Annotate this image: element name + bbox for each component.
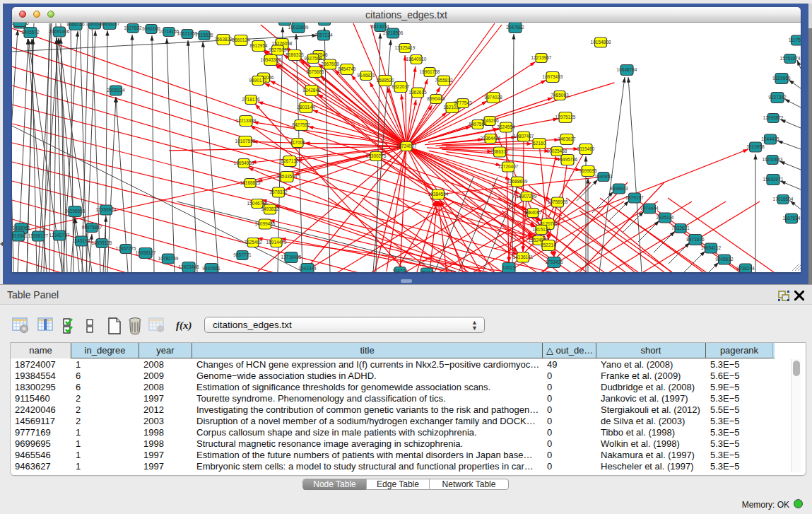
svg-text:8454749: 8454749 [338,66,356,71]
svg-text:9974028: 9974028 [484,95,502,100]
svg-text:1167534: 1167534 [783,216,801,221]
svg-text:1527602: 1527602 [124,25,142,30]
svg-text:1244415: 1244415 [761,136,779,141]
svg-text:8322037: 8322037 [392,84,410,89]
svg-text:19654933: 19654933 [234,160,254,165]
svg-text:16648784: 16648784 [617,67,637,72]
svg-text:10782759: 10782759 [158,256,179,261]
svg-text:10543362: 10543362 [261,57,281,62]
svg-text:9777543: 9777543 [454,100,472,105]
svg-text:99975887: 99975887 [82,225,102,230]
svg-text:9327509: 9327509 [269,47,287,52]
svg-text:9227342: 9227342 [768,95,787,100]
svg-text:10688609: 10688609 [507,179,528,184]
svg-text:8912954: 8912954 [249,43,268,48]
svg-text:6879197: 6879197 [625,195,644,200]
svg-text:14136141: 14136141 [513,255,534,259]
svg-text:20691406: 20691406 [49,29,70,34]
svg-text:12505135: 12505135 [92,240,112,245]
svg-text:9242848: 9242848 [302,88,321,93]
svg-text:12720407: 12720407 [498,164,519,169]
svg-text:20206555: 20206555 [65,209,86,214]
svg-text:8660124: 8660124 [232,37,250,42]
svg-text:15692971: 15692971 [763,177,784,182]
svg-text:1362615: 1362615 [408,90,427,95]
svg-text:13533594: 13533594 [277,174,298,179]
svg-text:95234: 95234 [420,270,433,272]
svg-text:7955812: 7955812 [435,78,453,83]
svg-text:12213967: 12213967 [531,55,552,60]
svg-text:12342737: 12342737 [49,233,70,238]
svg-text:18907249: 18907249 [517,194,537,199]
svg-text:2905334: 2905334 [107,88,125,93]
svg-text:1405572: 1405572 [21,30,40,35]
svg-text:14523: 14523 [502,265,515,270]
svg-text:10154808: 10154808 [591,40,611,45]
svg-text:18640910: 18640910 [406,57,427,62]
svg-text:17957275: 17957275 [116,246,136,251]
svg-text:9857771: 9857771 [233,252,252,257]
svg-text:6966160: 6966160 [142,26,160,31]
svg-text:13325419: 13325419 [395,45,416,50]
svg-text:160338: 160338 [12,23,28,23]
svg-text:15751074: 15751074 [780,56,801,61]
svg-text:17359924: 17359924 [96,207,117,212]
svg-text:1815112: 1815112 [533,227,551,232]
svg-text:104234: 104234 [392,269,408,272]
svg-text:19166825: 19166825 [240,180,261,185]
svg-text:10958127: 10958127 [136,250,156,255]
svg-text:3578332: 3578332 [269,189,288,194]
svg-text:2718176: 2718176 [242,97,260,102]
svg-text:8427552: 8427552 [292,122,310,127]
svg-text:1435061: 1435061 [12,226,30,230]
svg-text:252214: 252214 [541,243,556,247]
svg-text:16961758: 16961758 [420,69,440,74]
svg-text:19218506: 19218506 [383,30,404,35]
svg-text:7357224: 7357224 [314,33,333,37]
svg-text:9738244: 9738244 [736,266,755,271]
svg-text:10654112: 10654112 [701,245,722,250]
svg-text:19384554: 19384554 [428,192,449,197]
svg-text:9329966: 9329966 [772,76,791,81]
svg-text:16210643: 16210643 [763,157,783,162]
svg-text:1733426: 1733426 [545,259,563,264]
svg-text:7663822: 7663822 [214,37,233,42]
svg-text:9474444: 9474444 [640,206,659,211]
svg-text:9066160: 9066160 [66,23,85,27]
svg-text:10655287: 10655287 [100,23,120,26]
svg-text:10756928: 10756928 [548,199,568,204]
svg-text:17016504: 17016504 [773,197,794,201]
svg-text:9327508: 9327508 [304,56,322,61]
svg-text:1145193: 1145193 [73,238,90,243]
svg-text:6497564: 6497564 [469,122,487,127]
svg-text:9115460: 9115460 [577,146,595,151]
svg-text:9890171: 9890171 [249,78,267,83]
svg-text:3624554: 3624554 [497,124,515,129]
svg-text:18724007: 18724007 [396,144,417,148]
svg-text:7625402: 7625402 [244,240,262,245]
svg-text:62160: 62160 [533,141,546,146]
svg-text:9699695: 9699695 [579,168,597,173]
svg-text:3493822: 3493822 [261,206,279,211]
svg-text:12093872: 12093872 [763,115,784,120]
svg-text:8938923: 8938923 [610,186,628,191]
svg-text:11568127: 11568127 [28,233,49,238]
svg-text:1588520: 1588520 [376,78,394,83]
svg-text:3213958: 3213958 [746,144,765,149]
svg-text:7515526: 7515526 [195,33,213,37]
svg-text:8813054: 8813054 [371,24,389,29]
svg-text:10973493: 10973493 [543,74,563,79]
svg-text:2967608: 2967608 [321,62,339,66]
svg-text:1463627: 1463627 [558,136,576,141]
svg-text:16914479: 16914479 [266,240,287,245]
svg-text:8990448: 8990448 [427,96,445,101]
svg-text:2047682: 2047682 [506,25,524,30]
svg-text:10107553: 10107553 [235,139,256,144]
svg-text:1117542: 1117542 [789,37,801,42]
svg-text:10025438: 10025438 [547,148,567,153]
svg-text:16033809: 16033809 [288,25,309,30]
svg-text:2803144: 2803144 [297,105,315,110]
svg-text:20364436: 20364436 [481,136,501,141]
svg-text:7485063: 7485063 [551,93,569,98]
svg-text:7632621: 7632621 [671,226,690,230]
